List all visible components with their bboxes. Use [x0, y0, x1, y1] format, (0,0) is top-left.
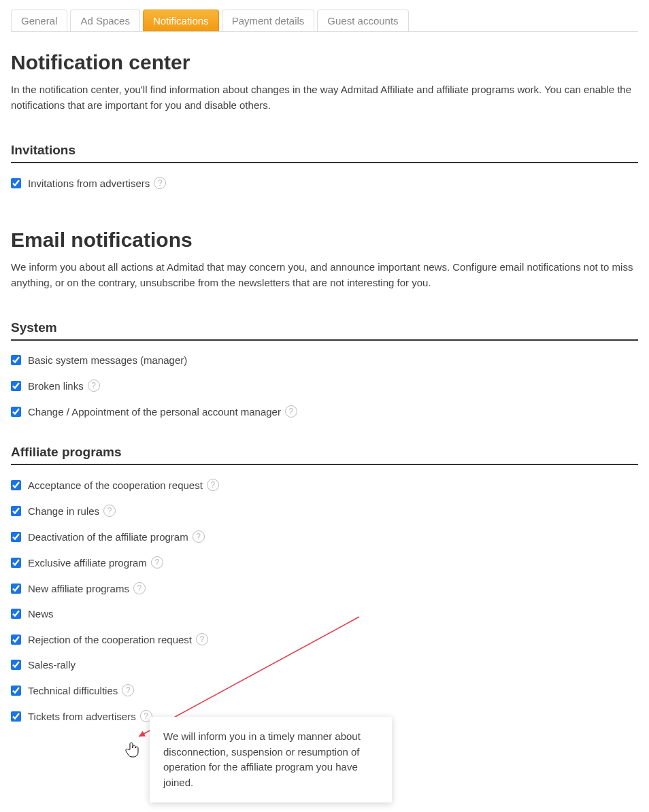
tab-general[interactable]: General	[11, 10, 67, 31]
checkbox-change-appointment-of-the-personal-account-manager[interactable]	[11, 407, 21, 417]
section-invitations: Invitations Invitations from advertisers…	[11, 143, 638, 189]
check-label: Exclusive affiliate program	[28, 557, 147, 569]
checkbox-exclusive-affiliate-program[interactable]	[11, 558, 21, 568]
tab-ad-spaces[interactable]: Ad Spaces	[70, 10, 140, 31]
checkbox-technical-difficulties[interactable]	[11, 686, 21, 696]
checkbox-basic-system-messages-manager-[interactable]	[11, 355, 21, 365]
help-icon[interactable]: ?	[154, 177, 166, 189]
check-label: Broken links	[28, 380, 84, 392]
help-icon[interactable]: ?	[122, 684, 134, 696]
check-label: Technical difficulties	[28, 685, 118, 696]
tooltip-technical-difficulties: We will inform you in a timely manner ab…	[150, 717, 392, 759]
help-icon[interactable]: ?	[88, 379, 100, 392]
help-icon[interactable]: ?	[207, 479, 219, 491]
checkbox-tickets-from-advertisers[interactable]	[11, 711, 21, 722]
check-label: Tickets from advertisers	[28, 711, 136, 722]
page-intro: In the notification center, you'll find …	[11, 82, 638, 113]
check-label: Rejection of the cooperation request	[28, 634, 192, 645]
check-row: Technical difficulties?	[11, 684, 638, 696]
tab-payment-details[interactable]: Payment details	[222, 10, 315, 31]
help-icon[interactable]: ?	[193, 530, 205, 543]
checkbox-sales-rally[interactable]	[11, 660, 21, 670]
page-title: Notification center	[11, 51, 638, 74]
check-row: Rejection of the cooperation request?	[11, 633, 638, 645]
check-label: Sales-rally	[28, 659, 76, 671]
check-row: Deactivation of the affiliate program?	[11, 530, 638, 543]
check-row: Broken links?	[11, 379, 638, 392]
checkbox-acceptance-of-the-cooperation-request[interactable]	[11, 480, 21, 490]
heading-affiliate-programs: Affiliate programs	[11, 445, 638, 465]
help-icon[interactable]: ?	[103, 505, 116, 517]
check-label: Change in rules	[28, 505, 99, 517]
heading-invitations: Invitations	[11, 143, 638, 163]
check-row: Invitations from advertisers?	[11, 177, 638, 189]
heading-system: System	[11, 320, 638, 341]
check-label: New affiliate programs	[28, 583, 129, 594]
check-row: Sales-rally	[11, 659, 638, 671]
help-icon[interactable]: ?	[151, 556, 163, 569]
check-label: Acceptance of the cooperation request	[28, 479, 203, 491]
checkbox-broken-links[interactable]	[11, 381, 21, 391]
check-label: Basic system messages (manager)	[28, 354, 187, 366]
help-icon[interactable]: ?	[285, 405, 297, 418]
email-notifications-intro: We inform you about all actions at Admit…	[11, 260, 638, 290]
check-label: Deactivation of the affiliate program	[28, 531, 188, 543]
check-label: Change / Appointment of the personal acc…	[28, 406, 281, 418]
tabs-bar: GeneralAd SpacesNotificationsPayment det…	[11, 10, 638, 32]
tooltip-text: We will inform you in a timely manner ab…	[163, 730, 361, 759]
checkbox-deactivation-of-the-affiliate-program[interactable]	[11, 532, 21, 542]
check-row: Basic system messages (manager)	[11, 354, 638, 366]
cursor-hand-icon	[125, 741, 140, 759]
email-notifications-title: Email notifications	[11, 229, 638, 252]
check-label: News	[28, 608, 54, 620]
check-row: Acceptance of the cooperation request?	[11, 479, 638, 491]
checkbox-invitations-from-advertisers[interactable]	[11, 178, 21, 188]
tab-notifications[interactable]: Notifications	[143, 10, 219, 31]
checkbox-change-in-rules[interactable]	[11, 506, 21, 516]
check-row: Change in rules?	[11, 505, 638, 517]
help-icon[interactable]: ?	[133, 582, 146, 594]
check-row: News	[11, 608, 638, 620]
check-row: New affiliate programs?	[11, 582, 638, 594]
check-label: Invitations from advertisers	[28, 177, 150, 189]
help-icon[interactable]: ?	[196, 633, 208, 645]
checkbox-new-affiliate-programs[interactable]	[11, 583, 21, 594]
check-row: Exclusive affiliate program?	[11, 556, 638, 569]
tab-guest-accounts[interactable]: Guest accounts	[317, 10, 408, 31]
section-system: System Basic system messages (manager)Br…	[11, 320, 638, 418]
checkbox-rejection-of-the-cooperation-request[interactable]	[11, 635, 21, 645]
checkbox-news[interactable]	[11, 609, 21, 619]
section-affiliate-programs: Affiliate programs Acceptance of the coo…	[11, 445, 638, 722]
check-row: Change / Appointment of the personal acc…	[11, 405, 638, 418]
